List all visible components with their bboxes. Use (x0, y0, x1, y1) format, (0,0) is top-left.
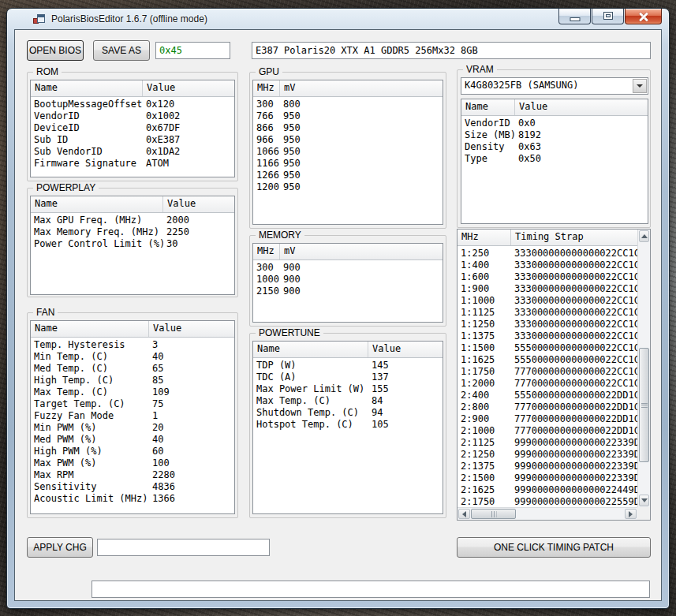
maximize-button[interactable] (592, 9, 624, 24)
table-row[interactable]: 966950 (253, 134, 443, 146)
save-as-button[interactable]: SAVE AS (93, 40, 150, 61)
one-click-timing-patch-button[interactable]: ONE CLICK TIMING PATCH (457, 537, 651, 558)
table-row[interactable]: Max Temp. (C)109 (31, 386, 234, 398)
column-header[interactable]: MHz (253, 244, 280, 259)
table-row[interactable]: 2:1500999000000000000022339D00 (458, 472, 637, 484)
table-row[interactable]: Density0x63 (461, 141, 648, 153)
close-button[interactable] (625, 9, 662, 24)
table-row[interactable]: Firmware SignatureATOM (31, 158, 234, 170)
table-row[interactable]: 2:400555000000000000022DD1C00 (458, 390, 637, 401)
table-row[interactable]: 300900 (253, 262, 443, 274)
column-header[interactable]: Name (31, 80, 143, 96)
table-row[interactable]: Size (MB)8192 (461, 129, 648, 141)
scroll-up-button[interactable] (639, 230, 649, 242)
horizontal-scrollbar[interactable] (458, 507, 637, 520)
horizontal-scrollbar-thumb[interactable] (471, 509, 516, 519)
table-row[interactable]: 1:2000777000000000000022CC1C00 (458, 378, 637, 390)
table-row[interactable]: Min Temp. (C)40 (31, 351, 234, 363)
command-field[interactable] (97, 539, 270, 556)
table-row[interactable]: Type0x50 (461, 153, 648, 165)
minimize-button[interactable] (558, 9, 591, 24)
column-header[interactable]: Value (515, 99, 648, 115)
table-row[interactable]: Power Control Limit (%)30 (31, 238, 234, 250)
table-row[interactable]: TDP (W)145 (253, 360, 443, 371)
table-row[interactable]: 1066950 (253, 146, 443, 158)
vertical-scrollbar-thumb[interactable] (639, 348, 649, 462)
column-header[interactable]: Value (149, 321, 234, 337)
table-row[interactable]: 2:1125999000000000000022339D00 (458, 437, 637, 449)
table-row[interactable]: Max Memory Freq. (MHz)2250 (31, 226, 234, 238)
column-header[interactable]: Name (253, 342, 368, 357)
table-row[interactable]: 866950 (253, 122, 443, 134)
table-row[interactable]: 1:900333000000000000022CC1C00 (458, 283, 637, 295)
vram-module-select[interactable]: K4G80325FB (SAMSUNG) (461, 77, 648, 95)
table-row[interactable]: TDC (A)137 (253, 371, 443, 383)
scroll-left-button[interactable] (458, 509, 470, 519)
column-header[interactable]: MHz (458, 230, 511, 245)
table-row[interactable]: Min PWM (%)20 (31, 422, 234, 434)
table-row[interactable]: Temp. Hysteresis3 (31, 339, 234, 351)
table-row[interactable]: Max GPU Freq. (MHz)2000 (31, 215, 234, 226)
status-field[interactable] (92, 581, 650, 598)
table-row[interactable]: Sub ID0xE387 (31, 134, 234, 146)
table-row[interactable]: 1000900 (253, 274, 443, 286)
apply-chg-button[interactable]: APPLY CHG (27, 537, 93, 558)
table-row[interactable]: Sensitivity4836 (31, 481, 234, 493)
open-bios-button[interactable]: OPEN BIOS (27, 40, 84, 61)
table-row[interactable]: Med PWM (%)40 (31, 434, 234, 446)
column-header[interactable]: Name (31, 196, 163, 212)
table-row[interactable]: Acoustic Limit (MHz)1366 (31, 493, 234, 505)
table-row[interactable]: Sub VendorID0x1DA2 (31, 146, 234, 158)
table-row[interactable]: Hotspot Temp. (C)105 (253, 419, 443, 431)
table-row[interactable]: 2:1750999000000000000022559D00 (458, 496, 637, 507)
table-row[interactable]: 1:1000333000000000000022CC1C00 (458, 295, 637, 307)
table-row[interactable]: Target Temp. (C)75 (31, 398, 234, 410)
column-header[interactable]: MHz (253, 80, 280, 96)
table-row[interactable]: 2:1375999000000000000022339D00 (458, 461, 637, 472)
column-header[interactable]: Value (368, 342, 443, 357)
column-header[interactable]: Timing Strap (511, 230, 637, 245)
table-row[interactable]: Max PWM (%)100 (31, 457, 234, 469)
table-row[interactable]: 2150900 (253, 286, 443, 297)
table-row[interactable]: 1:1500555000000000000022CC1C00 (458, 342, 637, 354)
scroll-down-button[interactable] (639, 495, 649, 506)
table-row[interactable]: Max RPM2280 (31, 469, 234, 481)
table-row[interactable]: 1:1750777000000000000022CC1C00 (458, 366, 637, 378)
table-row[interactable]: BootupMessageOffset0x120 (31, 99, 234, 110)
combo-dropdown-button[interactable] (633, 79, 647, 93)
column-header[interactable]: mV (280, 244, 443, 259)
table-row[interactable]: VendorID0x1002 (31, 110, 234, 122)
column-header[interactable]: mV (280, 80, 443, 96)
table-row[interactable]: 1:1375333000000000000022CC1C00 (458, 330, 637, 342)
table-row[interactable]: 766950 (253, 110, 443, 122)
table-row[interactable]: 1:250333000000000000022CC1C00 (458, 248, 637, 259)
table-row[interactable]: Fuzzy Fan Mode1 (31, 410, 234, 422)
table-row[interactable]: 2:1000777000000000000022DD1C00 (458, 425, 637, 437)
bios-name-field[interactable] (252, 42, 651, 59)
table-row[interactable]: 1:1125333000000000000022CC1C00 (458, 307, 637, 319)
scroll-right-button[interactable] (625, 509, 637, 519)
table-row[interactable]: 1:1625555000000000000022CC1C00 (458, 354, 637, 366)
column-header[interactable]: Name (461, 99, 515, 115)
table-row[interactable]: 1:1250333000000000000022CC1C00 (458, 319, 637, 330)
table-row[interactable]: 1200950 (253, 181, 443, 193)
table-row[interactable]: 2:900777000000000000022DD1C00 (458, 413, 637, 425)
table-row[interactable]: 2:1250999000000000000022339D00 (458, 449, 637, 461)
table-row[interactable]: 1266950 (253, 170, 443, 181)
table-row[interactable]: 300800 (253, 99, 443, 110)
vertical-scrollbar[interactable] (637, 230, 650, 507)
table-row[interactable]: 2:800777000000000000022DD1C00 (458, 401, 637, 413)
table-row[interactable]: High Temp. (C)85 (31, 375, 234, 386)
table-row[interactable]: Med Temp. (C)65 (31, 363, 234, 375)
column-header[interactable]: Name (31, 321, 149, 337)
table-row[interactable]: Max Power Limit (W)155 (253, 383, 443, 395)
table-row[interactable]: 1:400333000000000000022CC1C00 (458, 259, 637, 271)
table-row[interactable]: 1166950 (253, 158, 443, 170)
offset-field[interactable] (155, 42, 230, 59)
column-header[interactable]: Value (143, 80, 234, 96)
column-header[interactable]: Value (163, 196, 234, 212)
table-row[interactable]: High PWM (%)60 (31, 446, 234, 457)
table-row[interactable]: VendorID0x0 (461, 118, 648, 129)
table-row[interactable]: Max Temp. (C)84 (253, 395, 443, 407)
table-row[interactable]: DeviceID0x67DF (31, 122, 234, 134)
